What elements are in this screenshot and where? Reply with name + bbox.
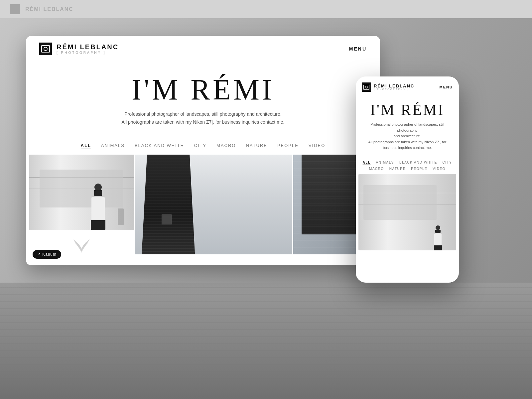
mobile-menu-button[interactable]: MENU xyxy=(440,85,453,89)
mobile-filter-macro[interactable]: MACRO xyxy=(369,167,384,171)
mobile-hero-desc-line2: and architecture. xyxy=(361,133,454,139)
mobile-filter-nav: ALL ANIMALS BLACK AND WHITE CITY MACRO N… xyxy=(356,156,459,174)
desktop-hero-description: Professional photographer of landscapes,… xyxy=(33,110,373,126)
desktop-filter-video[interactable]: VIDEO xyxy=(309,143,325,148)
mobile-logo-name: RÉMI LEBLANC xyxy=(374,84,414,88)
desktop-photo-building[interactable] xyxy=(135,155,292,254)
bg-brand-name: RÉMI LEBLANC xyxy=(25,6,73,12)
mobile-filter-city[interactable]: CITY xyxy=(443,161,452,164)
mobile-filter-black-and-white[interactable]: BLACK AND WHITE xyxy=(399,161,437,164)
mobile-logo-area: RÉMI LEBLANC [ PHOTOGRAPHY ] xyxy=(362,82,414,92)
mobile-mockup: RÉMI LEBLANC [ PHOTOGRAPHY ] MENU I'M RÉ… xyxy=(356,76,459,283)
mobile-woman-body xyxy=(434,233,442,245)
desktop-filter-black-and-white[interactable]: BLACK AND WHITE xyxy=(135,143,184,148)
mobile-filter-animals[interactable]: ANIMALS xyxy=(376,161,394,164)
woman-hair xyxy=(94,190,102,196)
desktop-gallery-col-2 xyxy=(135,155,292,254)
mobile-woman-skirt xyxy=(434,245,442,250)
background-top-bar: RÉMI LEBLANC xyxy=(0,0,532,18)
mobile-filter-all[interactable]: ALL xyxy=(363,161,371,164)
mobile-logo-icon xyxy=(362,82,371,92)
bg-logo-icon xyxy=(10,4,20,14)
desktop-header: RÉMI LEBLANC [ PHOTOGRAPHY ] MENU xyxy=(26,36,380,62)
desktop-hero-desc-line2: All photographs are taken with my Nikon … xyxy=(33,118,373,126)
building-window xyxy=(162,214,172,224)
mobile-woman-figure xyxy=(433,225,443,249)
mobile-filter-nature[interactable]: NATURE xyxy=(389,167,406,171)
woman-body xyxy=(91,197,105,220)
kalium-badge: ↗ Kalium xyxy=(33,250,61,259)
desktop-filter-nav: ALL ANIMALS BLACK AND WHITE CITY MACRO N… xyxy=(26,136,380,155)
desktop-filter-nature[interactable]: NATURE xyxy=(246,143,267,148)
desktop-gallery-col-1 xyxy=(29,155,134,254)
mobile-logo-subtitle: [ PHOTOGRAPHY ] xyxy=(374,88,414,90)
mobile-hero-desc-line1: Professional photographer of landscapes,… xyxy=(361,122,454,133)
desktop-gallery xyxy=(26,155,380,254)
woman-skirt xyxy=(91,220,105,230)
desktop-filter-macro[interactable]: MACRO xyxy=(216,143,236,148)
mobile-gallery xyxy=(356,174,459,250)
mobile-filter-people[interactable]: PEOPLE xyxy=(411,167,427,171)
mobile-hero: I'M RÉMI Professional photographer of la… xyxy=(356,96,459,156)
desktop-menu-button[interactable]: MENU xyxy=(349,46,367,52)
mobile-woman-head xyxy=(436,225,440,230)
desktop-photo-subway[interactable] xyxy=(29,155,134,230)
desktop-hero-title: I'M RÉMI xyxy=(33,75,373,104)
desktop-logo-subtitle: [ PHOTOGRAPHY ] xyxy=(57,51,119,55)
mobile-woman-hair xyxy=(435,230,441,233)
desktop-filter-animals[interactable]: ANIMALS xyxy=(101,143,125,148)
desktop-filter-all[interactable]: ALL xyxy=(81,143,91,148)
desktop-logo-icon xyxy=(39,43,52,55)
woman-figure xyxy=(89,184,107,227)
mobile-hero-title: I'M RÉMI xyxy=(361,102,454,118)
mobile-header: RÉMI LEBLANC [ PHOTOGRAPHY ] MENU xyxy=(356,76,459,96)
mobile-photo-subway[interactable] xyxy=(358,174,456,250)
desktop-logo-name: RÉMI LEBLANC xyxy=(57,44,119,50)
plant-decoration xyxy=(68,233,95,253)
desktop-filter-city[interactable]: CITY xyxy=(194,143,206,148)
desktop-logo-text: RÉMI LEBLANC [ PHOTOGRAPHY ] xyxy=(57,44,119,55)
desktop-mockup: RÉMI LEBLANC [ PHOTOGRAPHY ] MENU I'M RÉ… xyxy=(26,36,380,265)
mobile-hero-desc-line3: All photographs are taken with my Nikon … xyxy=(361,139,454,151)
mobile-logo-text: RÉMI LEBLANC [ PHOTOGRAPHY ] xyxy=(374,84,414,90)
background-photo-area xyxy=(0,283,532,399)
mobile-filter-video[interactable]: VIDEO xyxy=(433,167,446,171)
desktop-filter-people[interactable]: PEOPLE xyxy=(277,143,299,148)
building-texture xyxy=(142,155,195,254)
desktop-hero-desc-line1: Professional photographer of landscapes,… xyxy=(33,110,373,118)
woman-head xyxy=(94,184,102,191)
mobile-hero-description: Professional photographer of landscapes,… xyxy=(361,122,454,151)
desktop-hero: I'M RÉMI Professional photographer of la… xyxy=(26,62,380,136)
desktop-logo-area: RÉMI LEBLANC [ PHOTOGRAPHY ] xyxy=(39,43,119,55)
background-photo-lines xyxy=(0,283,532,399)
